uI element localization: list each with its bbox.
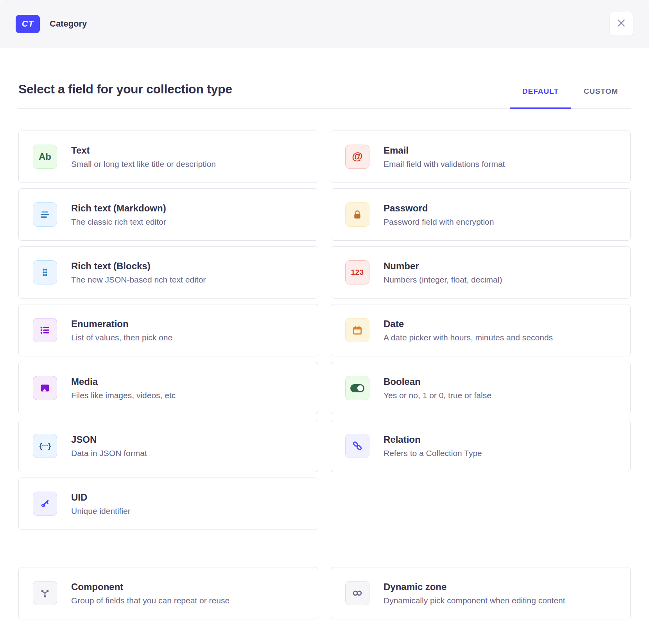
field-description: The classic rich text editor — [71, 217, 166, 227]
field-title: Enumeration — [71, 318, 172, 329]
title-row: Select a field for your collection type … — [18, 82, 631, 109]
markdown-lines-icon — [33, 202, 57, 227]
field-description: Unique identifier — [71, 506, 131, 516]
field-title: Dynamic zone — [384, 581, 565, 592]
field-card-text[interactable]: Ab Text Small or long text like title or… — [18, 131, 318, 183]
field-card-component[interactable]: Component Group of fields that you can r… — [18, 567, 318, 619]
field-description: Data in JSON format — [71, 449, 147, 458]
grid-empty-cell — [331, 478, 631, 530]
field-description: Email field with validations format — [384, 159, 505, 169]
field-description: A date picker with hours, minutes and se… — [384, 333, 553, 342]
page-title: Select a field for your collection type — [18, 82, 232, 108]
field-card-number[interactable]: 123 Number Numbers (integer, float, deci… — [331, 246, 631, 299]
field-card-date[interactable]: Date A date picker with hours, minutes a… — [331, 304, 631, 356]
tab-custom[interactable]: CUSTOM — [571, 87, 631, 108]
field-description: Yes or no, 1 or 0, true or false — [384, 391, 491, 400]
field-card-relation[interactable]: Relation Refers to a Collection Type — [331, 420, 631, 472]
infinity-icon — [345, 581, 369, 605]
field-card-email[interactable]: @ Email Email field with validations for… — [331, 131, 631, 183]
blocks-dots-icon — [33, 260, 57, 284]
field-description: Files like images, videos, etc — [71, 391, 176, 400]
field-title: Relation — [384, 434, 482, 445]
field-title: Email — [384, 145, 505, 156]
curly-braces-icon: {···} — [33, 434, 57, 458]
close-icon — [616, 18, 626, 30]
field-card-dynamic-zone[interactable]: Dynamic zone Dynamically pick component … — [331, 567, 631, 619]
field-description: Dynamically pick component when editing … — [384, 596, 565, 605]
field-description: The new JSON-based rich text editor — [71, 275, 206, 284]
field-card-richtext-blocks[interactable]: Rich text (Blocks) The new JSON-based ri… — [18, 246, 318, 299]
component-nodes-icon — [33, 581, 57, 605]
picture-icon — [33, 376, 57, 400]
field-title: UID — [71, 492, 131, 503]
close-button[interactable] — [609, 12, 633, 36]
field-card-uid[interactable]: UID Unique identifier — [18, 478, 318, 530]
fields-grid: Ab Text Small or long text like title or… — [18, 131, 631, 530]
field-title: Media — [71, 376, 176, 387]
modal-header: CT Category — [0, 0, 649, 48]
field-title: JSON — [71, 434, 147, 445]
field-description: Numbers (integer, float, decimal) — [384, 275, 502, 284]
tab-bar: DEFAULT CUSTOM — [510, 87, 631, 108]
tab-default[interactable]: DEFAULT — [510, 87, 571, 108]
field-title: Date — [384, 318, 553, 329]
field-title: Password — [384, 203, 494, 214]
calendar-icon — [345, 318, 369, 342]
field-title: Boolean — [384, 376, 491, 387]
field-title: Text — [71, 145, 216, 156]
field-title: Number — [384, 261, 502, 272]
field-description: Group of fields that you can repeat or r… — [71, 596, 229, 605]
modal-body: Select a field for your collection type … — [0, 48, 649, 644]
field-description: Small or long text like title or descrip… — [71, 159, 216, 169]
collection-type-badge: CT — [16, 15, 40, 33]
key-icon — [33, 492, 57, 516]
bullet-list-icon — [33, 318, 57, 342]
field-card-password[interactable]: Password Password field with encryption — [331, 188, 631, 241]
field-card-boolean[interactable]: Boolean Yes or no, 1 or 0, true or false — [331, 362, 631, 414]
field-card-enumeration[interactable]: Enumeration List of values, then pick on… — [18, 304, 318, 356]
field-card-richtext-markdown[interactable]: Rich text (Markdown) The classic rich te… — [18, 188, 318, 241]
field-description: List of values, then pick one — [71, 333, 172, 342]
field-card-media[interactable]: Media Files like images, videos, etc — [18, 362, 318, 414]
padlock-icon — [345, 202, 369, 227]
field-title: Component — [71, 581, 229, 592]
field-card-json[interactable]: {···} JSON Data in JSON format — [18, 420, 318, 472]
number-123-icon: 123 — [345, 260, 369, 284]
field-description: Refers to a Collection Type — [384, 449, 482, 458]
field-picker-modal: CT Category Select a field for your coll… — [0, 0, 649, 644]
ab-text-icon: Ab — [33, 145, 57, 169]
advanced-fields-grid: Component Group of fields that you can r… — [18, 567, 631, 619]
chain-link-icon — [345, 434, 369, 458]
collection-name: Category — [50, 19, 87, 29]
email-at-icon: @ — [345, 145, 369, 169]
field-description: Password field with encryption — [384, 217, 494, 227]
toggle-icon — [345, 376, 369, 400]
field-title: Rich text (Blocks) — [71, 261, 206, 272]
field-title: Rich text (Markdown) — [71, 203, 166, 214]
